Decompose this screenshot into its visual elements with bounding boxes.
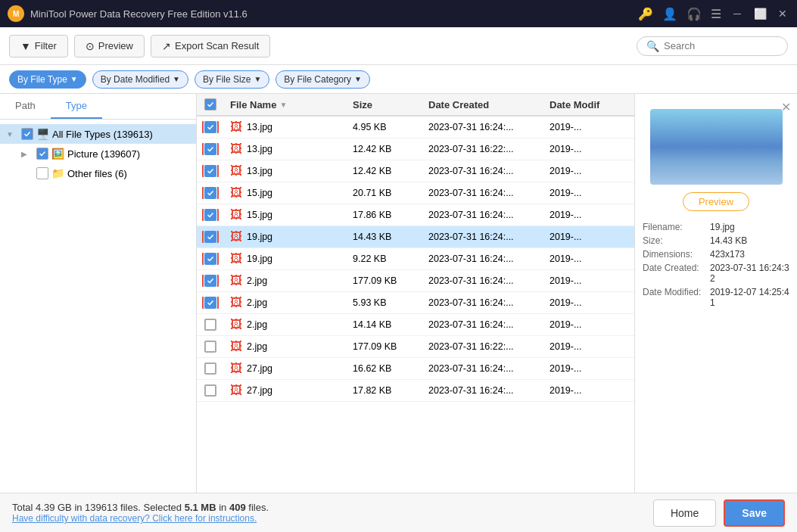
expand-icon-all: ▼ [6, 130, 18, 138]
checkbox-picture[interactable] [36, 148, 48, 160]
tree-node-picture[interactable]: ▶ 🖼️ Picture (139607) [0, 144, 196, 163]
app-title: MiniTool Power Data Recovery Free Editio… [30, 8, 632, 20]
by-file-type-dropdown[interactable]: By File Type ▼ [9, 70, 86, 89]
close-right-panel-icon[interactable]: ✕ [781, 100, 791, 114]
home-button[interactable]: Home [653, 499, 716, 527]
checkbox-other[interactable] [36, 167, 48, 179]
jpg-file-icon: 🖼 [230, 340, 242, 353]
file-date-created-col: 2023-07-31 16:24:... [422, 122, 543, 132]
table-row[interactable]: 🖼19.jpg14.43 KB2023-07-31 16:24:...2019-… [197, 226, 634, 248]
file-checkbox[interactable] [204, 143, 216, 155]
expand-icon-picture: ▶ [21, 150, 33, 158]
by-date-modified-dropdown[interactable]: By Date Modified ▼ [92, 70, 188, 89]
file-checkbox[interactable] [204, 121, 216, 133]
key-icon[interactable]: 🔑 [638, 7, 653, 21]
table-row[interactable]: 🖼13.jpg12.42 KB2023-07-31 16:24:...2019-… [197, 160, 634, 182]
file-checkbox[interactable] [204, 187, 216, 199]
by-file-type-label: By File Type [17, 74, 67, 85]
file-checkbox[interactable] [204, 231, 216, 243]
file-date-modified-col: 2019-... [543, 275, 634, 286]
tab-type[interactable]: Type [51, 94, 102, 119]
file-name-col: 🖼27.jpg [224, 362, 347, 375]
preview-action-button[interactable]: Preview [683, 192, 749, 211]
by-file-category-dropdown[interactable]: By File Category ▼ [276, 70, 370, 89]
file-checkbox[interactable] [204, 297, 216, 309]
file-size-col: 20.71 KB [347, 188, 422, 198]
file-checkbox-col [197, 143, 224, 155]
menu-icon[interactable]: ☰ [711, 7, 721, 21]
file-date-modified-col: 2019-... [543, 232, 634, 242]
all-file-types-icon: 🖥️ [36, 128, 49, 140]
table-row[interactable]: 🖼27.jpg17.82 KB2023-07-31 16:24:...2019-… [197, 380, 634, 402]
file-checkbox[interactable] [204, 253, 216, 265]
by-file-size-dropdown[interactable]: By File Size ▼ [195, 70, 269, 89]
jpg-file-icon: 🖼 [230, 296, 242, 310]
filename-value: 19.jpg [710, 222, 735, 232]
minimize-button[interactable]: ─ [730, 7, 744, 20]
jpg-file-icon: 🖼 [230, 164, 242, 178]
file-checkbox[interactable] [204, 362, 216, 375]
help-link[interactable]: Have difficulty with data recovery? Clic… [12, 513, 269, 524]
by-date-modified-label: By Date Modified [101, 74, 170, 85]
file-checkbox[interactable] [204, 384, 216, 397]
header-checkbox[interactable] [204, 98, 216, 110]
file-name-col: 🖼27.jpg [224, 384, 347, 397]
sort-arrow-icon: ▼ [279, 101, 287, 109]
file-checkbox[interactable] [204, 341, 216, 353]
file-info-date-created-row: Date Created: 2023-07-31 16:24:32 [643, 263, 789, 284]
tab-path[interactable]: Path [0, 94, 51, 119]
close-button[interactable]: ✕ [776, 7, 789, 20]
table-row[interactable]: 🖼19.jpg9.22 KB2023-07-31 16:24:...2019-.… [197, 248, 634, 270]
tree-node-all-file-types[interactable]: ▼ 🖥️ All File Types (139613) [0, 124, 196, 144]
file-checkbox[interactable] [204, 209, 216, 221]
file-category-arrow-icon: ▼ [354, 75, 362, 83]
jpg-file-icon: 🖼 [230, 230, 242, 244]
table-row[interactable]: 🖼15.jpg20.71 KB2023-07-31 16:24:...2019-… [197, 182, 634, 204]
size-value: 14.43 KB [710, 235, 747, 246]
table-row[interactable]: 🖼13.jpg4.95 KB2023-07-31 16:24:...2019-.… [197, 117, 634, 138]
person-icon[interactable]: 👤 [662, 7, 677, 21]
file-checkbox-col [197, 297, 224, 309]
filter-icon: ▼ [20, 40, 31, 52]
restore-button[interactable]: ⬜ [753, 7, 767, 20]
file-date-modified-col: 2019-... [543, 341, 634, 352]
filter-button[interactable]: ▼ Filter [9, 35, 68, 58]
jpg-file-icon: 🖼 [230, 384, 242, 397]
tree-area: ▼ 🖥️ All File Types (139613) ▶ 🖼️ Pictur… [0, 120, 196, 493]
by-file-size-label: By File Size [203, 74, 251, 85]
file-checkbox[interactable] [204, 165, 216, 177]
file-size-col: 14.14 KB [347, 319, 422, 330]
table-row[interactable]: 🖼2.jpg5.93 KB2023-07-31 16:24:...2019-..… [197, 292, 634, 314]
table-row[interactable]: 🖼2.jpg177.09 KB2023-07-31 16:24:...2019-… [197, 270, 634, 292]
file-date-created-col: 2023-07-31 16:24:... [422, 166, 543, 176]
file-checkbox[interactable] [204, 319, 216, 331]
filter-bar: By File Type ▼ By Date Modified ▼ By Fil… [0, 65, 797, 94]
header-checkbox-col [197, 98, 224, 110]
preview-button[interactable]: ⊙ Preview [74, 35, 145, 58]
search-input[interactable] [664, 40, 777, 51]
export-button[interactable]: ↗ Export Scan Result [151, 35, 270, 58]
status-actions: Home Save [653, 499, 785, 527]
headphone-icon[interactable]: 🎧 [686, 7, 702, 21]
file-checkbox-col [197, 341, 224, 353]
file-name-text: 27.jpg [247, 385, 272, 396]
file-checkbox[interactable] [204, 275, 216, 287]
date-modified-label: Date Modified: [643, 287, 707, 308]
save-button[interactable]: Save [724, 499, 785, 527]
header-filename: File Name ▼ [224, 98, 347, 110]
file-checkbox-col [197, 275, 224, 287]
checkbox-all[interactable] [21, 128, 33, 140]
file-date-created-col: 2023-07-31 16:24:... [422, 232, 543, 242]
file-date-modified-col: 2019-... [543, 297, 634, 308]
file-date-created-col: 2023-07-31 16:24:... [422, 297, 543, 308]
file-size-col: 17.86 KB [347, 210, 422, 220]
file-date-created-col: 2023-07-31 16:24:... [422, 210, 543, 220]
table-row[interactable]: 🖼2.jpg14.14 KB2023-07-31 16:24:...2019-.… [197, 314, 634, 336]
table-row[interactable]: 🖼15.jpg17.86 KB2023-07-31 16:24:...2019-… [197, 204, 634, 226]
table-row[interactable]: 🖼13.jpg12.42 KB2023-07-31 16:22:...2019-… [197, 138, 634, 160]
tree-node-other-files[interactable]: 📁 Other files (6) [0, 163, 196, 183]
table-row[interactable]: 🖼2.jpg177.09 KB2023-07-31 16:22:...2019-… [197, 336, 634, 358]
table-row[interactable]: 🖼27.jpg16.62 KB2023-07-31 16:24:...2019-… [197, 358, 634, 380]
expand-icon-other [21, 170, 33, 178]
dimensions-label: Dimensions: [643, 249, 707, 260]
